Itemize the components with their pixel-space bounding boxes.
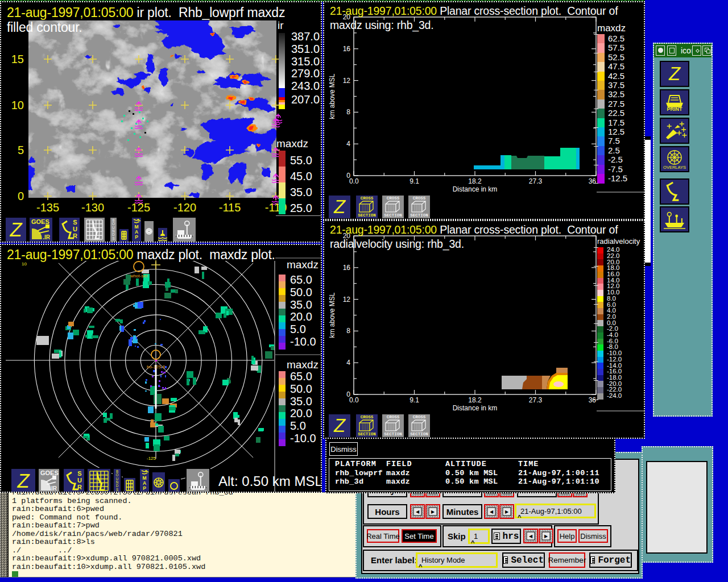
ir-colorbar-label: 351.0 [291, 43, 320, 56]
ir-y-tick: 5 [18, 144, 24, 156]
section-label: SECTION [358, 213, 376, 218]
xs-maxdz-window-cross-section-button[interactable]: CROSSSECTION [381, 194, 405, 219]
hours-stepper-left-button[interactable]: ◀ [410, 504, 425, 519]
units-menu-button[interactable]: hrs [491, 529, 521, 544]
help-button[interactable]: Help [557, 529, 577, 543]
select-button[interactable]: Select [502, 552, 545, 568]
toolbar-button-zebra-logo[interactable]: Z [5, 217, 27, 243]
xs-maxdz-window-colorbar-label: -2.5 [608, 155, 623, 164]
toolbar-button-buoy[interactable] [157, 227, 168, 243]
svg-text:U: U [77, 477, 82, 484]
toolbar-button-map[interactable]: MAP [131, 217, 142, 243]
set-time-button[interactable]: Set Time [402, 529, 437, 543]
palette-button-zebra-logo[interactable]: Z [660, 61, 689, 87]
paint-spray-icon [661, 119, 688, 142]
xs-radial-window-cross-section-button[interactable]: CROSSSECTION [381, 413, 405, 438]
toolbar-button-zebra-logo[interactable]: Z [10, 468, 36, 493]
hours-button[interactable]: Hours [367, 504, 407, 519]
toolbar-button-goes-ir[interactable]: GOES.IR [28, 217, 53, 243]
minutes-button[interactable]: Minutes [442, 504, 482, 519]
toolbar-button-ship[interactable] [185, 468, 210, 493]
surveillance-radar-icon: SUR [59, 218, 80, 242]
palette-button-paint-spray[interactable] [660, 118, 689, 144]
terminal-cursor [12, 571, 18, 577]
skip-stepper-left-button[interactable]: ◀ [523, 529, 538, 543]
toolbar-button-bounds[interactable]: BOUNDS [109, 217, 118, 243]
svg-text:R: R [73, 232, 77, 239]
xs-maxdz-window-zebra-button[interactable]: Z [328, 194, 351, 219]
palette-button-print[interactable]: PRINT [660, 89, 689, 115]
table-row[interactable]: rhb_3dmaxdz0.50 km MSL21-Aug-97,1:01:10 [329, 477, 611, 486]
window-menu-button[interactable] [656, 45, 665, 56]
bounds-icon: BOUNDS [114, 469, 121, 493]
xs-radial-window-ylabel: km above MSL [328, 292, 336, 338]
dialog-dismiss-button[interactable]: Dismiss [578, 529, 608, 543]
minutes-stepper-right-button[interactable]: ▶ [499, 504, 514, 519]
window-maximize-button[interactable] [702, 45, 712, 56]
table-cell: 21-Aug-97,1:00:11 [518, 469, 599, 477]
toolbar-button-circle[interactable] [167, 478, 181, 493]
xs-maxdz-window-cross-section-button[interactable]: CROSSSECTION [355, 194, 379, 219]
table-header: FIELD [386, 460, 412, 468]
palette-button-ship-instruments[interactable] [660, 206, 689, 232]
palette-button-overlays[interactable]: OVERLAYS [660, 146, 689, 172]
toolbar-button-bounds[interactable]: BOUNDS [113, 468, 122, 493]
ppi-colorbar2-label: 35.0 [290, 395, 312, 408]
xs-maxdz-window-colorbar-label: -7.5 [608, 164, 623, 174]
svg-text:S: S [112, 236, 114, 240]
remember-button[interactable]: Remember [549, 552, 585, 568]
xs-radial-window-x-tick: 18.2 [468, 396, 482, 404]
forget-button[interactable]: Forget [589, 552, 632, 568]
enter-label-text: Enter label: [371, 555, 417, 565]
toolbar-button-ship[interactable] [172, 217, 197, 243]
terminal-window[interactable]: rain:beaufait:5>zeb90.2.Sol2/bin/dsresca… [0, 492, 357, 577]
hours-stepper-right-button[interactable]: ▶ [425, 504, 440, 519]
terminal-text: rain:beaufait:5>zeb90.2.Sol2/bin/dsresca… [12, 492, 233, 577]
xs-radial-window-x-tick: 9.1 [410, 396, 419, 404]
table-row[interactable]: rhb_lowprfmaxdz0.50 km MSL21-Aug-97,1:00… [329, 469, 611, 477]
xs-radial-window-colorbar-label: -24.0 [607, 392, 622, 399]
icon-palette-window: iconZPRINTOVERLAYS [653, 43, 713, 417]
toolbar-button-surveillance-radar[interactable]: SUR [58, 217, 81, 243]
toolbar-button-surveillance-radar[interactable]: SUR [63, 468, 85, 493]
icon-palette-titlebar[interactable]: icon [654, 44, 712, 57]
xs-radial-window-cross-section-button[interactable]: CROSSSECTION [407, 413, 431, 438]
overlays-icon: OVERLAYS [661, 148, 688, 171]
xs-radial-window-cross-section-button[interactable]: CROSSSECTION [355, 413, 379, 438]
real-time-button[interactable]: Real Time [367, 529, 399, 543]
palette-button-radar-antenna[interactable] [660, 178, 689, 205]
desktop: { "desktop":{"bg":"#0101cd","accent_gree… [0, 0, 728, 582]
toolbar-button-polar-wheel[interactable] [151, 471, 166, 493]
ir-colorbar-gradient [279, 33, 285, 88]
toolbar-button-polar-wheel[interactable] [143, 220, 155, 243]
xs-radial-window-zebra-button[interactable]: Z [328, 413, 351, 438]
ppi-colorbar2-label: 5.0 [290, 419, 306, 433]
table-header-row: PLATFORMFIELDALTITUDETIME [329, 460, 611, 468]
toolbar-button-grid-small[interactable] [123, 477, 136, 493]
xs-maxdz-window-cross-section-button[interactable]: CROSSSECTION [407, 194, 431, 219]
xs-maxdz-window-y-tick: 8 [346, 108, 350, 116]
select-label: Select [511, 555, 544, 566]
toolbar-button-grid-antenna[interactable] [86, 468, 111, 493]
skip-stepper-right-button[interactable]: ▶ [539, 529, 553, 543]
window-iconify-button[interactable] [692, 45, 701, 56]
label-value-field[interactable]: History Mode [416, 552, 498, 568]
toolbar-button-map[interactable]: MAP [139, 468, 150, 493]
toolbar-button-grid-antenna[interactable] [83, 217, 106, 243]
xs-radial-window-title-line2: radialvelocity using: rhb_3d. [330, 238, 464, 251]
xs-maxdz-window-colorbar-title: maxdz [597, 23, 626, 34]
toolbar-button-grid-small[interactable] [118, 228, 130, 243]
minutes-stepper-left-button[interactable]: ◀ [484, 504, 499, 519]
terminal-line: rain:beaufait:8>ls [12, 538, 233, 547]
window-doc-button[interactable] [667, 45, 676, 56]
toolbar-button-goes-ir[interactable]: GOES.IR [38, 468, 60, 493]
time-value-field[interactable]: 21-Aug-97,1:05:00 [515, 504, 596, 518]
table-dismiss-button[interactable]: Dismiss [329, 442, 358, 456]
table-cell: maxdz [386, 477, 410, 486]
svg-text:S: S [73, 219, 77, 226]
xs-maxdz-window-title-line2: maxdz using: rhb_3d. [330, 19, 433, 32]
ppi-colorbar2-label: 65.0 [290, 370, 312, 383]
ppi-window: 21-aug-1997,01:05:00 maxdz plot. maxdz p… [0, 244, 322, 493]
terminal-scrollbar[interactable] [1, 493, 9, 577]
skip-field-caret: ^ [471, 539, 474, 546]
